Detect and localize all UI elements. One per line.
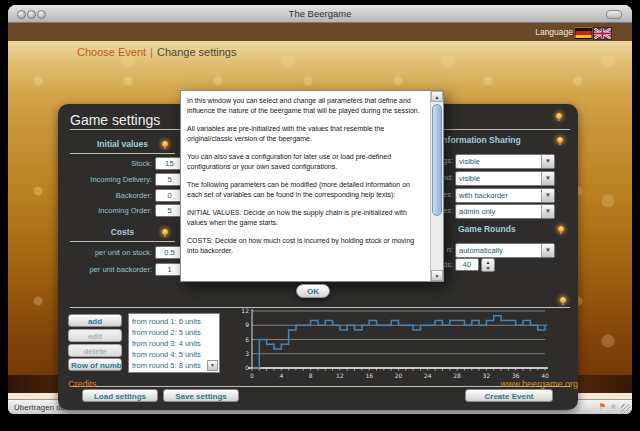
svg-text:32: 32 bbox=[483, 372, 491, 379]
incoming-order-label: Incoming Order: bbox=[70, 206, 152, 215]
svg-text:8: 8 bbox=[309, 372, 313, 379]
dialog-scrollbar[interactable]: ▲ ▼ bbox=[430, 91, 443, 281]
svg-text:28: 28 bbox=[453, 372, 461, 379]
svg-text:4: 4 bbox=[279, 372, 283, 379]
section-underline bbox=[70, 153, 175, 154]
uk-flag-icon[interactable] bbox=[593, 27, 612, 40]
language-label: Language bbox=[535, 27, 573, 37]
demand-chart: 0369120481216202428323640 bbox=[238, 304, 558, 388]
create-event-button[interactable]: Create Event bbox=[465, 389, 553, 402]
chevron-down-icon[interactable]: ▼ bbox=[541, 244, 554, 257]
toolbar-toggle-button[interactable] bbox=[606, 10, 622, 19]
svg-text:16: 16 bbox=[365, 372, 373, 379]
footer-divider bbox=[70, 386, 570, 387]
list-item[interactable]: from round 4: 5 units bbox=[132, 349, 219, 360]
list-item[interactable]: from round 3: 4 units bbox=[132, 338, 219, 349]
dialog-paragraph: All variables are pre-initialized with t… bbox=[187, 124, 426, 143]
asterisk-status-icon[interactable]: ❋ bbox=[610, 403, 616, 411]
svg-text:0: 0 bbox=[250, 372, 254, 379]
load-settings-button[interactable]: Load settings bbox=[82, 389, 158, 402]
incoming-delivery-label: Incoming Delivery: bbox=[70, 175, 152, 184]
termination-select[interactable]: automatically ▼ bbox=[455, 243, 555, 258]
section-underline bbox=[70, 241, 175, 242]
svg-text:12: 12 bbox=[336, 372, 344, 379]
svg-text:9: 9 bbox=[245, 321, 249, 328]
german-flag-icon[interactable] bbox=[575, 27, 592, 39]
svg-text:36: 36 bbox=[512, 372, 520, 379]
dialog-paragraph: INITIAL VALUES: Decide on how the supply… bbox=[187, 208, 426, 227]
demand-visibility-select[interactable]: visible ▼ bbox=[455, 171, 555, 186]
dialog-paragraph: You can also save a configuration for la… bbox=[187, 152, 426, 171]
panel-title: Game settings bbox=[70, 112, 160, 128]
rounds-input[interactable]: 40 bbox=[455, 258, 479, 271]
backorder-label: Backorder: bbox=[70, 191, 152, 200]
breadcrumb: Choose Event|Change settings bbox=[77, 46, 236, 58]
dialog-text: In this window you can select and change… bbox=[181, 91, 430, 281]
help-bulb-icon[interactable] bbox=[558, 226, 564, 232]
help-bulb-icon[interactable] bbox=[162, 141, 168, 147]
credits-link[interactable]: Credits bbox=[68, 379, 97, 389]
window-title: The Beergame bbox=[8, 8, 632, 19]
svg-text:24: 24 bbox=[424, 372, 432, 379]
info-dialog: In this window you can select and change… bbox=[180, 90, 444, 282]
help-bulb-icon[interactable] bbox=[557, 137, 563, 143]
cost-stock-label: per unit on stock: bbox=[70, 248, 152, 257]
svg-text:40: 40 bbox=[541, 372, 549, 379]
help-bulb-icon[interactable] bbox=[560, 297, 566, 303]
delete-button[interactable]: delete bbox=[68, 344, 122, 357]
title-bar[interactable]: The Beergame bbox=[8, 5, 632, 23]
stock-values-select[interactable]: with backorder ▼ bbox=[455, 188, 555, 203]
section-initial-values-title: Initial values bbox=[70, 139, 175, 149]
cost-backorder-label: per unit backorder: bbox=[70, 265, 152, 274]
chevron-down-icon[interactable]: ▼ bbox=[541, 189, 554, 202]
section-game-rounds-title: Game Rounds bbox=[458, 224, 568, 234]
rounds-stepper[interactable]: ▲▼ bbox=[481, 258, 495, 272]
chevron-down-icon[interactable]: ▼ bbox=[541, 172, 554, 185]
resize-grip[interactable] bbox=[621, 404, 631, 414]
demand-pattern-select[interactable]: Row of numb bbox=[68, 358, 122, 371]
section-costs-title: Costs bbox=[70, 227, 175, 237]
list-item[interactable]: from round 2: 5 units bbox=[132, 327, 219, 338]
nav-choose-event[interactable]: Choose Event bbox=[77, 46, 146, 58]
chevron-down-icon[interactable]: ▼ bbox=[541, 205, 554, 218]
nav-change-settings[interactable]: Change settings bbox=[157, 46, 237, 58]
svg-text:20: 20 bbox=[395, 372, 403, 379]
section-information-sharing-title: Information Sharing bbox=[440, 135, 560, 145]
edit-button[interactable]: edit bbox=[68, 329, 122, 342]
chevron-down-icon[interactable]: ▼ bbox=[541, 155, 554, 168]
list-scroll-down-button[interactable]: ▼ bbox=[207, 360, 218, 371]
cost-values-select[interactable]: admin only ▼ bbox=[455, 204, 555, 219]
svg-text:3: 3 bbox=[245, 350, 249, 357]
add-button[interactable]: add bbox=[68, 314, 122, 327]
list-item[interactable]: from round 1: 6 units bbox=[132, 316, 219, 327]
scroll-up-icon[interactable]: ▲ bbox=[431, 91, 443, 102]
ok-button[interactable]: OK bbox=[296, 284, 330, 298]
scroll-down-icon[interactable]: ▼ bbox=[431, 270, 443, 281]
language-bar: Language bbox=[8, 23, 632, 42]
dialog-paragraph: The following parameters can be modified… bbox=[187, 180, 426, 199]
beergame-site-link[interactable]: www.beergame.org bbox=[500, 379, 578, 389]
svg-text:6: 6 bbox=[245, 336, 249, 343]
save-settings-button[interactable]: Save settings bbox=[163, 389, 239, 402]
desktop-background: { "window": { "title": "The Beergame" },… bbox=[0, 0, 640, 431]
demand-list[interactable]: from round 1: 6 units from round 2: 5 un… bbox=[128, 313, 220, 373]
uk-flag-graphic bbox=[594, 28, 611, 39]
svg-text:12: 12 bbox=[241, 307, 249, 314]
stock-label: Stock: bbox=[70, 159, 152, 168]
flag-status-icon[interactable]: ⚑ bbox=[599, 402, 606, 411]
app-window: The Beergame Language Choose Event|Chang… bbox=[8, 5, 632, 414]
nav-separator: | bbox=[146, 46, 157, 58]
dialog-paragraph: In this window you can select and change… bbox=[187, 96, 426, 115]
list-item[interactable]: from round 5: 8 units bbox=[132, 360, 219, 371]
orders-visibility-select[interactable]: visible ▼ bbox=[455, 154, 555, 169]
dialog-paragraph: COSTS: Decide on how much cost is incurr… bbox=[187, 236, 426, 255]
scrollbar-thumb[interactable] bbox=[432, 104, 442, 216]
help-bulb-icon[interactable] bbox=[162, 229, 168, 235]
help-bulb-icon[interactable] bbox=[556, 113, 562, 119]
